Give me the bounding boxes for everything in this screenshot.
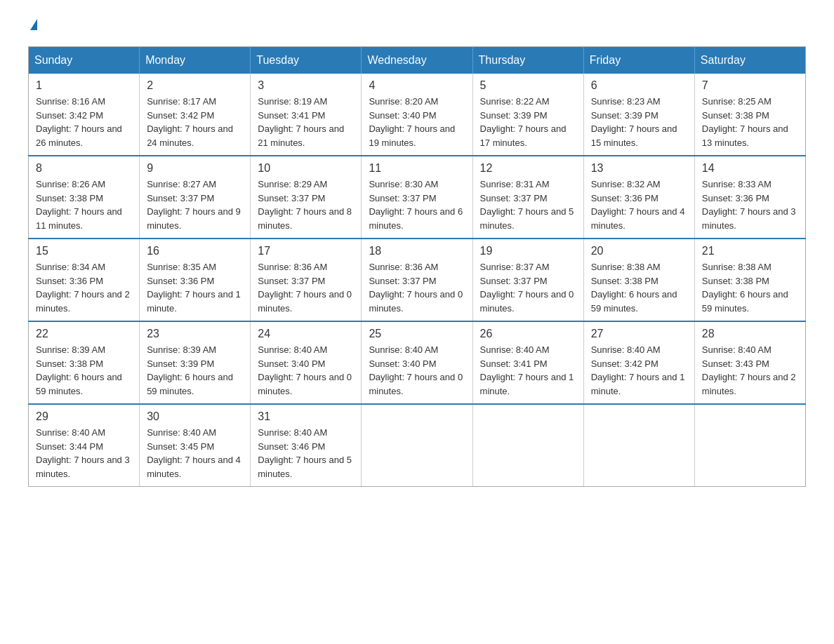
day-number: 8 [36, 162, 132, 175]
calendar-week-row: 1 Sunrise: 8:16 AM Sunset: 3:42 PM Dayli… [29, 74, 806, 156]
day-number: 21 [702, 245, 798, 257]
calendar-day-cell: 23 Sunrise: 8:39 AM Sunset: 3:39 PM Dayl… [140, 321, 251, 404]
calendar-day-cell: 3 Sunrise: 8:19 AM Sunset: 3:41 PM Dayli… [251, 74, 362, 156]
day-info: Sunrise: 8:30 AM Sunset: 3:37 PM Dayligh… [369, 177, 465, 232]
page-header [28, 21, 806, 32]
day-number: 26 [480, 328, 576, 340]
calendar-day-cell: 30 Sunrise: 8:40 AM Sunset: 3:45 PM Dayl… [140, 404, 251, 487]
day-number: 10 [258, 162, 354, 175]
calendar-week-row: 15 Sunrise: 8:34 AM Sunset: 3:36 PM Dayl… [29, 239, 806, 321]
day-number: 31 [258, 410, 354, 423]
day-number: 24 [258, 328, 354, 340]
calendar-day-cell: 19 Sunrise: 8:37 AM Sunset: 3:37 PM Dayl… [472, 239, 583, 321]
day-number: 5 [480, 79, 576, 92]
calendar-header-thursday: Thursday [472, 47, 583, 74]
calendar-day-cell: 31 Sunrise: 8:40 AM Sunset: 3:46 PM Dayl… [251, 404, 362, 487]
day-number: 29 [36, 410, 132, 423]
calendar-day-cell: 14 Sunrise: 8:33 AM Sunset: 3:36 PM Dayl… [694, 156, 805, 239]
day-number: 27 [591, 328, 687, 340]
calendar-header-saturday: Saturday [694, 47, 805, 74]
day-info: Sunrise: 8:36 AM Sunset: 3:37 PM Dayligh… [258, 260, 354, 315]
calendar-day-cell: 12 Sunrise: 8:31 AM Sunset: 3:37 PM Dayl… [472, 156, 583, 239]
day-number: 23 [147, 328, 243, 340]
day-info: Sunrise: 8:40 AM Sunset: 3:44 PM Dayligh… [36, 426, 132, 481]
day-info: Sunrise: 8:23 AM Sunset: 3:39 PM Dayligh… [591, 95, 687, 149]
day-number: 22 [36, 328, 132, 340]
day-info: Sunrise: 8:40 AM Sunset: 3:41 PM Dayligh… [480, 343, 576, 398]
day-info: Sunrise: 8:40 AM Sunset: 3:45 PM Dayligh… [147, 426, 243, 481]
day-info: Sunrise: 8:39 AM Sunset: 3:39 PM Dayligh… [147, 343, 243, 398]
day-number: 17 [258, 245, 354, 257]
day-info: Sunrise: 8:16 AM Sunset: 3:42 PM Dayligh… [36, 95, 132, 149]
day-info: Sunrise: 8:32 AM Sunset: 3:36 PM Dayligh… [591, 177, 687, 232]
calendar-header-tuesday: Tuesday [251, 47, 362, 74]
day-info: Sunrise: 8:26 AM Sunset: 3:38 PM Dayligh… [36, 177, 132, 232]
calendar-day-cell: 28 Sunrise: 8:40 AM Sunset: 3:43 PM Dayl… [694, 321, 805, 404]
calendar-table: SundayMondayTuesdayWednesdayThursdayFrid… [28, 46, 806, 487]
calendar-day-cell: 24 Sunrise: 8:40 AM Sunset: 3:40 PM Dayl… [251, 321, 362, 404]
day-number: 2 [147, 79, 243, 92]
day-info: Sunrise: 8:38 AM Sunset: 3:38 PM Dayligh… [591, 260, 687, 315]
calendar-day-cell [472, 404, 583, 487]
calendar-day-cell: 15 Sunrise: 8:34 AM Sunset: 3:36 PM Dayl… [29, 239, 140, 321]
day-number: 6 [591, 79, 687, 92]
calendar-week-row: 22 Sunrise: 8:39 AM Sunset: 3:38 PM Dayl… [29, 321, 806, 404]
day-number: 3 [258, 79, 354, 92]
day-number: 12 [480, 162, 576, 175]
day-info: Sunrise: 8:19 AM Sunset: 3:41 PM Dayligh… [258, 95, 354, 149]
calendar-day-cell: 2 Sunrise: 8:17 AM Sunset: 3:42 PM Dayli… [140, 74, 251, 156]
calendar-day-cell [583, 404, 694, 487]
calendar-header-friday: Friday [583, 47, 694, 74]
calendar-day-cell: 25 Sunrise: 8:40 AM Sunset: 3:40 PM Dayl… [362, 321, 472, 404]
calendar-day-cell: 4 Sunrise: 8:20 AM Sunset: 3:40 PM Dayli… [362, 74, 472, 156]
day-info: Sunrise: 8:20 AM Sunset: 3:40 PM Dayligh… [369, 95, 465, 149]
calendar-day-cell [362, 404, 472, 487]
day-number: 13 [591, 162, 687, 175]
calendar-day-cell: 22 Sunrise: 8:39 AM Sunset: 3:38 PM Dayl… [29, 321, 140, 404]
day-number: 20 [591, 245, 687, 257]
day-number: 25 [369, 328, 465, 340]
day-number: 15 [36, 245, 132, 257]
day-info: Sunrise: 8:39 AM Sunset: 3:38 PM Dayligh… [36, 343, 132, 398]
day-info: Sunrise: 8:40 AM Sunset: 3:46 PM Dayligh… [258, 426, 354, 481]
logo [28, 21, 37, 32]
calendar-day-cell: 7 Sunrise: 8:25 AM Sunset: 3:38 PM Dayli… [694, 74, 805, 156]
day-number: 16 [147, 245, 243, 257]
day-number: 28 [702, 328, 798, 340]
day-info: Sunrise: 8:38 AM Sunset: 3:38 PM Dayligh… [702, 260, 798, 315]
calendar-day-cell [694, 404, 805, 487]
day-info: Sunrise: 8:40 AM Sunset: 3:43 PM Dayligh… [702, 343, 798, 398]
calendar-day-cell: 27 Sunrise: 8:40 AM Sunset: 3:42 PM Dayl… [583, 321, 694, 404]
day-info: Sunrise: 8:22 AM Sunset: 3:39 PM Dayligh… [480, 95, 576, 149]
calendar-day-cell: 5 Sunrise: 8:22 AM Sunset: 3:39 PM Dayli… [472, 74, 583, 156]
calendar-day-cell: 21 Sunrise: 8:38 AM Sunset: 3:38 PM Dayl… [694, 239, 805, 321]
day-number: 11 [369, 162, 465, 175]
day-info: Sunrise: 8:40 AM Sunset: 3:40 PM Dayligh… [369, 343, 465, 398]
calendar-day-cell: 1 Sunrise: 8:16 AM Sunset: 3:42 PM Dayli… [29, 74, 140, 156]
calendar-day-cell: 29 Sunrise: 8:40 AM Sunset: 3:44 PM Dayl… [29, 404, 140, 487]
calendar-day-cell: 11 Sunrise: 8:30 AM Sunset: 3:37 PM Dayl… [362, 156, 472, 239]
day-info: Sunrise: 8:40 AM Sunset: 3:40 PM Dayligh… [258, 343, 354, 398]
calendar-header-monday: Monday [140, 47, 251, 74]
day-info: Sunrise: 8:35 AM Sunset: 3:36 PM Dayligh… [147, 260, 243, 315]
day-info: Sunrise: 8:37 AM Sunset: 3:37 PM Dayligh… [480, 260, 576, 315]
day-info: Sunrise: 8:40 AM Sunset: 3:42 PM Dayligh… [591, 343, 687, 398]
day-info: Sunrise: 8:36 AM Sunset: 3:37 PM Dayligh… [369, 260, 465, 315]
calendar-day-cell: 13 Sunrise: 8:32 AM Sunset: 3:36 PM Dayl… [583, 156, 694, 239]
calendar-header-sunday: Sunday [29, 47, 140, 74]
day-info: Sunrise: 8:33 AM Sunset: 3:36 PM Dayligh… [702, 177, 798, 232]
day-info: Sunrise: 8:31 AM Sunset: 3:37 PM Dayligh… [480, 177, 576, 232]
day-number: 19 [480, 245, 576, 257]
day-number: 18 [369, 245, 465, 257]
day-info: Sunrise: 8:27 AM Sunset: 3:37 PM Dayligh… [147, 177, 243, 232]
day-number: 4 [369, 79, 465, 92]
day-number: 1 [36, 79, 132, 92]
day-number: 14 [702, 162, 798, 175]
calendar-day-cell: 16 Sunrise: 8:35 AM Sunset: 3:36 PM Dayl… [140, 239, 251, 321]
calendar-week-row: 8 Sunrise: 8:26 AM Sunset: 3:38 PM Dayli… [29, 156, 806, 239]
day-info: Sunrise: 8:34 AM Sunset: 3:36 PM Dayligh… [36, 260, 132, 315]
calendar-header-wednesday: Wednesday [362, 47, 472, 74]
calendar-day-cell: 6 Sunrise: 8:23 AM Sunset: 3:39 PM Dayli… [583, 74, 694, 156]
calendar-header-row: SundayMondayTuesdayWednesdayThursdayFrid… [29, 47, 806, 74]
calendar-day-cell: 8 Sunrise: 8:26 AM Sunset: 3:38 PM Dayli… [29, 156, 140, 239]
